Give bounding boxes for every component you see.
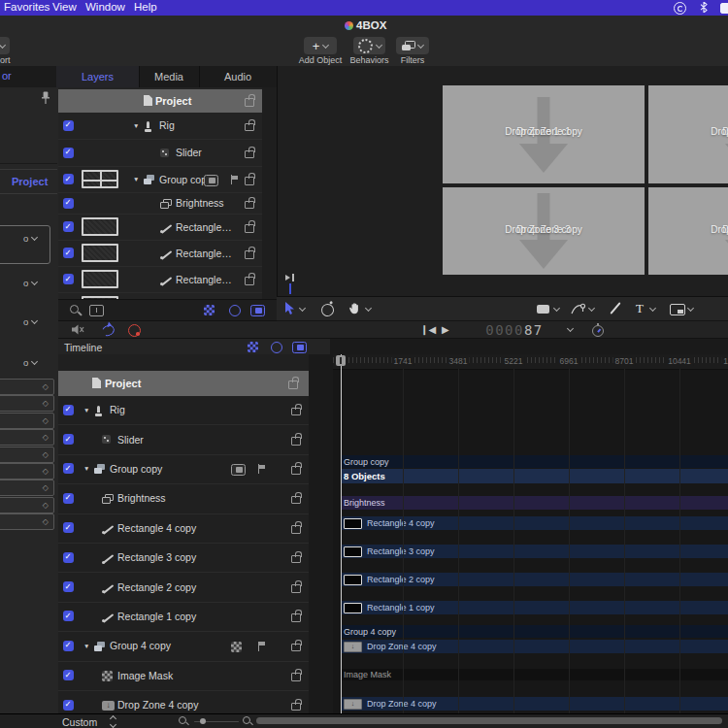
- visibility-checkbox[interactable]: [63, 405, 74, 415]
- stack-icon[interactable]: [204, 175, 218, 186]
- keyframe-diamond-icon[interactable]: ◇: [43, 517, 49, 526]
- tab-inspector-partial[interactable]: or: [2, 70, 12, 82]
- lock-icon[interactable]: [291, 496, 301, 505]
- timeline-horizontal-scrollbar[interactable]: [256, 717, 722, 724]
- go-to-start-button[interactable]: ❙◀: [420, 324, 436, 335]
- toolbar-filters-button[interactable]: [396, 37, 429, 54]
- visibility-checkbox[interactable]: [63, 174, 74, 184]
- layer-row-rectangle-1-copy[interactable]: Rectangle 1 copy: [58, 603, 309, 632]
- visibility-checkbox[interactable]: [63, 221, 74, 232]
- flag-icon[interactable]: [231, 175, 239, 184]
- dropzone-3[interactable]: Drop Zone 3Drop Zone 3 copy: [443, 187, 645, 275]
- menu-item-window[interactable]: Window: [85, 1, 125, 13]
- visibility-checkbox[interactable]: [63, 552, 74, 563]
- layer-row-group-copy[interactable]: ▼Group copy: [58, 455, 309, 484]
- zoom-preset-stepper[interactable]: [109, 715, 117, 727]
- tab-audio[interactable]: Audio: [199, 66, 278, 87]
- lock-icon[interactable]: [291, 408, 301, 416]
- timeline-project-header[interactable]: Project: [58, 371, 309, 396]
- toolbar-add-object-button[interactable]: +: [304, 37, 337, 54]
- inspector-value-field[interactable]: ◇: [0, 513, 54, 530]
- zoom-in-icon[interactable]: [243, 716, 254, 728]
- disclosure-triangle-icon[interactable]: ▼: [83, 465, 89, 472]
- show-keyframes-icon[interactable]: [248, 342, 258, 352]
- inspector-value-field[interactable]: ◇: [0, 395, 54, 412]
- track-bar-group-copy[interactable]: Group copy: [341, 455, 728, 468]
- track-bar-image-mask[interactable]: Image Mask: [341, 669, 728, 680]
- track-bar-rectangle-1-copy[interactable]: Rectangle 1 copy: [341, 601, 728, 614]
- zoom-out-icon[interactable]: [179, 716, 190, 728]
- lock-icon[interactable]: [288, 381, 298, 389]
- layer-row-rig[interactable]: ▼Rig: [58, 113, 262, 140]
- inspector-value-field[interactable]: ◇: [0, 447, 54, 463]
- layer-row-group-copy[interactable]: ▼Group copy: [58, 167, 262, 193]
- text-tool-icon[interactable]: T: [636, 301, 644, 316]
- keyframe-diamond-icon[interactable]: ◇: [43, 467, 49, 476]
- keyframe-diamond-icon[interactable]: ◇: [43, 501, 49, 510]
- inspector-value-field[interactable]: ◇: [0, 463, 54, 480]
- layer-row-image-mask[interactable]: Image Mask: [58, 662, 309, 691]
- orbit-tool-icon[interactable]: [319, 302, 336, 318]
- visibility-checkbox[interactable]: [63, 522, 74, 533]
- playhead-line[interactable]: [341, 354, 342, 713]
- visibility-checkbox[interactable]: [63, 641, 74, 651]
- record-icon[interactable]: [128, 324, 141, 337]
- lock-icon[interactable]: [245, 150, 254, 159]
- lock-icon[interactable]: [291, 613, 301, 622]
- timeline-ruler[interactable]: 174134815221696187011044112181: [333, 354, 728, 370]
- visibility-checkbox[interactable]: [63, 581, 74, 592]
- lock-icon[interactable]: [291, 673, 301, 681]
- inspector-popup[interactable]: o: [23, 231, 52, 245]
- visibility-checkbox[interactable]: [63, 670, 74, 680]
- visibility-checkbox[interactable]: [63, 198, 74, 209]
- lock-icon[interactable]: [245, 123, 254, 132]
- creative-cloud-icon[interactable]: [674, 2, 686, 15]
- tab-media[interactable]: Media: [139, 66, 200, 87]
- import-button[interactable]: [0, 37, 10, 54]
- inspector-value-field[interactable]: ◇: [0, 379, 54, 395]
- disclosure-triangle-icon[interactable]: ▼: [83, 643, 89, 649]
- track-bar-brightness[interactable]: Brightness: [341, 496, 728, 510]
- stack-icon[interactable]: [231, 464, 246, 476]
- mini-playhead-icon[interactable]: [285, 274, 297, 282]
- layers-project-header[interactable]: Project: [58, 89, 262, 113]
- layer-row-rig[interactable]: ▼Rig: [58, 396, 309, 425]
- visibility-checkbox[interactable]: [63, 434, 74, 445]
- inspector-popup[interactable]: o: [23, 276, 52, 289]
- visibility-checkbox[interactable]: [63, 463, 74, 474]
- keyframe-diamond-icon[interactable]: ◇: [43, 483, 49, 492]
- lock-icon[interactable]: [291, 555, 301, 564]
- frame-icon[interactable]: [89, 305, 104, 316]
- layers-scroll-gutter[interactable]: [262, 87, 277, 299]
- track-bar-drop-zone-4-copy[interactable]: ↓Drop Zone 4 copy: [341, 697, 728, 711]
- circle-icon[interactable]: [229, 305, 241, 316]
- menu-item-favorites[interactable]: Favorites: [4, 1, 50, 13]
- inspector-popup[interactable]: o: [23, 355, 52, 369]
- track-bar-drop-zone-4-copy[interactable]: ↓Drop Zone 4 copy: [341, 640, 728, 653]
- disclosure-triangle-icon[interactable]: ▼: [83, 407, 89, 414]
- layer-row-rectangle-[interactable]: Rectangle…: [58, 215, 262, 241]
- inspector-value-field[interactable]: ◇: [0, 480, 54, 496]
- layer-row-rectangle-[interactable]: Rectangle…: [58, 241, 262, 267]
- keyframe-diamond-icon[interactable]: ◇: [43, 382, 49, 391]
- lock-icon[interactable]: [245, 98, 254, 107]
- track-bar-group-4-copy[interactable]: Group 4 copy: [341, 625, 728, 638]
- tab-layers[interactable]: Layers: [56, 66, 140, 87]
- zoom-preset-popup[interactable]: Custom: [62, 716, 97, 728]
- visibility-checkbox[interactable]: [63, 248, 74, 258]
- lock-icon[interactable]: [245, 177, 254, 185]
- layer-row-group-4-copy[interactable]: ▼Group 4 copy: [58, 632, 309, 661]
- rect-tool-icon[interactable]: [537, 305, 549, 314]
- timeline-zoom-slider[interactable]: [194, 721, 239, 723]
- keyframe-diamond-icon[interactable]: ◇: [43, 416, 49, 425]
- bluetooth-icon[interactable]: [700, 2, 708, 13]
- lock-icon[interactable]: [245, 201, 254, 210]
- track-bar-rectangle-4-copy[interactable]: Rectangle 4 copy: [341, 516, 728, 530]
- flag-icon[interactable]: [258, 642, 266, 651]
- mute-icon[interactable]: [72, 324, 84, 335]
- track-bar-rectangle-3-copy[interactable]: Rectangle 3 copy: [341, 545, 728, 558]
- hand-tool-chevron-icon[interactable]: [365, 305, 372, 312]
- loop-icon[interactable]: [100, 323, 116, 338]
- toolbar-behaviors-button[interactable]: [353, 37, 385, 54]
- show-video-icon[interactable]: [292, 342, 307, 353]
